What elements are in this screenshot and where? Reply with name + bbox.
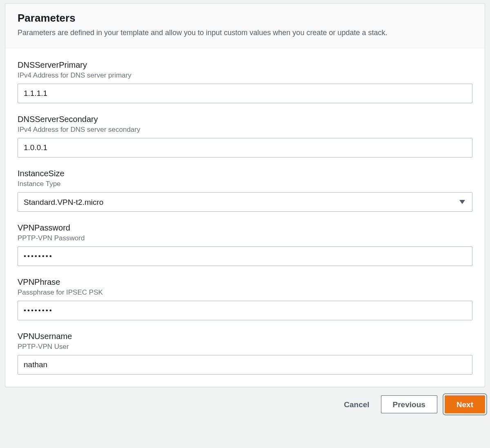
vpn-password-input[interactable] — [18, 246, 472, 266]
vpn-password-hint: PPTP-VPN Password — [18, 234, 472, 242]
cancel-button[interactable]: Cancel — [340, 395, 373, 413]
vpn-username-label: VPNUsername — [18, 332, 472, 341]
dns-secondary-group: DNSServerSecondary IPv4 Address for DNS … — [18, 115, 472, 157]
dns-secondary-hint: IPv4 Address for DNS server secondary — [18, 126, 472, 134]
panel-body: DNSServerPrimary IPv4 Address for DNS se… — [5, 48, 485, 387]
previous-button[interactable]: Previous — [381, 395, 437, 413]
footer-actions: Cancel Previous Next — [0, 395, 490, 421]
dns-secondary-label: DNSServerSecondary — [18, 115, 472, 124]
next-button[interactable]: Next — [445, 395, 485, 413]
vpn-username-hint: PPTP-VPN User — [18, 343, 472, 351]
panel-header: Parameters Parameters are defined in you… — [5, 4, 485, 48]
vpn-phrase-label: VPNPhrase — [18, 277, 472, 287]
vpn-phrase-input[interactable] — [18, 301, 472, 320]
vpn-phrase-group: VPNPhrase Passphrase for IPSEC PSK — [18, 277, 472, 320]
vpn-password-label: VPNPassword — [18, 223, 472, 233]
parameters-panel: Parameters Parameters are defined in you… — [5, 3, 485, 387]
panel-subtitle: Parameters are defined in your template … — [18, 28, 472, 38]
vpn-phrase-hint: Passphrase for IPSEC PSK — [18, 288, 472, 297]
dns-primary-hint: IPv4 Address for DNS server primary — [18, 71, 472, 80]
dns-primary-input[interactable] — [18, 84, 472, 103]
dns-primary-group: DNSServerPrimary IPv4 Address for DNS se… — [18, 60, 472, 103]
instance-size-select[interactable]: Standard.VPN-t2.micro — [18, 192, 472, 212]
vpn-username-input[interactable] — [18, 355, 472, 375]
dns-primary-label: DNSServerPrimary — [18, 60, 472, 70]
panel-title: Parameters — [18, 12, 472, 24]
instance-size-label: InstanceSize — [18, 169, 472, 178]
vpn-password-group: VPNPassword PPTP-VPN Password — [18, 223, 472, 266]
dns-secondary-input[interactable] — [18, 138, 472, 157]
vpn-username-group: VPNUsername PPTP-VPN User — [18, 332, 472, 375]
instance-size-hint: Instance Type — [18, 180, 472, 188]
instance-size-group: InstanceSize Instance Type Standard.VPN-… — [18, 169, 472, 212]
instance-size-select-wrapper: Standard.VPN-t2.micro — [18, 192, 472, 212]
